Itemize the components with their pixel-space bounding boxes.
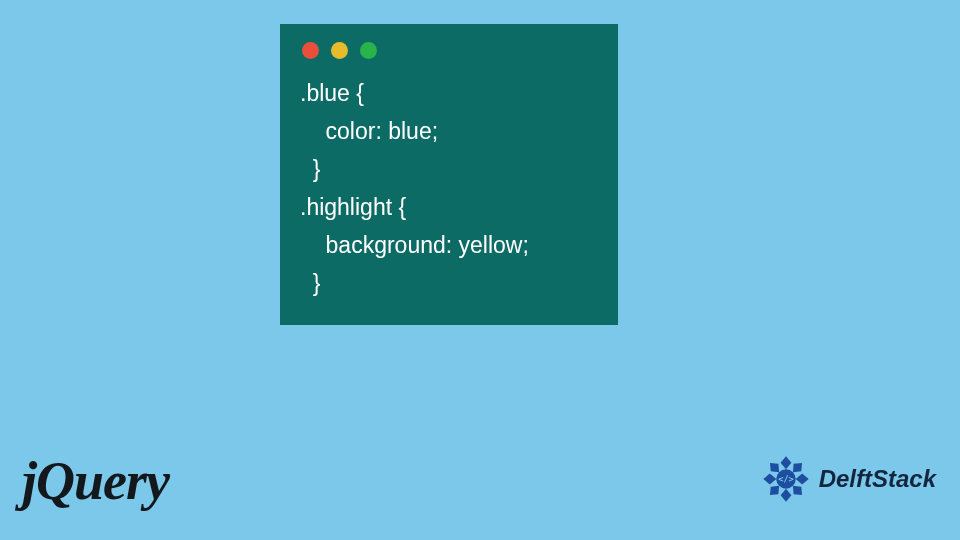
window-traffic-lights <box>302 42 598 59</box>
traffic-green-icon <box>360 42 377 59</box>
svg-text:</>: </> <box>778 474 794 484</box>
svg-marker-2 <box>763 474 776 485</box>
svg-marker-3 <box>795 474 808 485</box>
delftstack-emblem-icon: </> <box>759 452 813 506</box>
svg-marker-1 <box>780 489 791 502</box>
code-block: .blue { color: blue; } .highlight { back… <box>300 75 598 303</box>
svg-marker-0 <box>780 456 791 469</box>
traffic-red-icon <box>302 42 319 59</box>
code-window: .blue { color: blue; } .highlight { back… <box>280 24 618 325</box>
jquery-logo: jQuery <box>22 450 169 512</box>
delftstack-label: DelftStack <box>819 465 936 493</box>
delftstack-logo: </> DelftStack <box>759 452 936 506</box>
traffic-yellow-icon <box>331 42 348 59</box>
